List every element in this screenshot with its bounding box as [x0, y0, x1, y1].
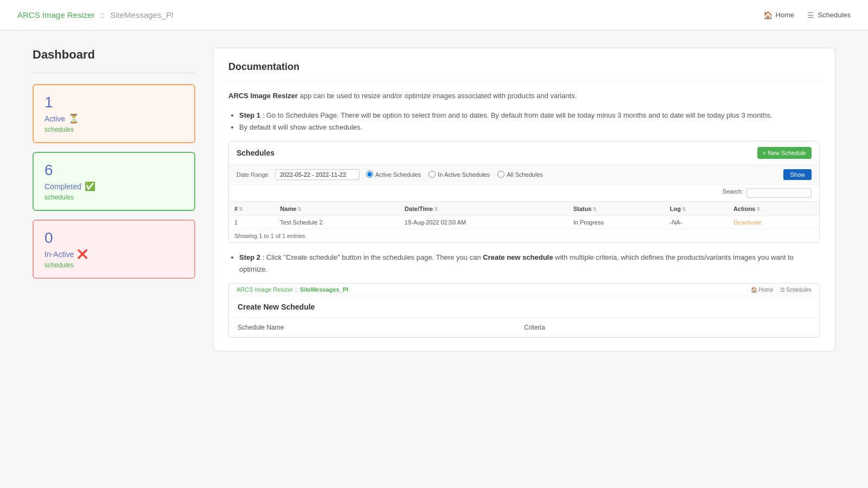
stat-card-inactive[interactable]: 0 In-Active ❌ schedules — [33, 220, 195, 279]
inactive-sublabel: schedules — [44, 261, 183, 269]
col-schedule-name: Schedule Name — [238, 324, 524, 331]
radio-group: Active Schedules In Active Schedules All… — [366, 171, 777, 178]
nav-home-label: Home — [776, 11, 795, 19]
table-head: #⇅ Name⇅ Date/Time⇅ Status⇅ Log⇅ Actions… — [229, 202, 819, 215]
cell-datetime: 19-Aug-2022 02:50 AM — [399, 215, 568, 229]
date-range-label: Date Range — [237, 171, 269, 178]
deactivate-link[interactable]: Deactivate — [733, 219, 762, 226]
col-log: Log⇅ — [665, 202, 728, 215]
sort-icon-status: ⇅ — [592, 207, 597, 212]
step2-label: Step 2 — [239, 253, 260, 261]
cell-action[interactable]: Deactivate — [728, 215, 819, 229]
schedules-icon: ☰ — [807, 11, 814, 20]
step1-text: : Go to Schedules Page. There will be op… — [263, 111, 773, 119]
hourglass-icon: ⏳ — [68, 113, 79, 124]
mini-app-header: ARCS Image Resizer :: SiteMessages_Pl 🏠 … — [229, 284, 819, 296]
header-subtitle: SiteMessages_Pl — [110, 10, 173, 20]
create-schedule-header: Create New Schedule — [229, 296, 819, 318]
dashboard-panel: Dashboard 1 Active ⏳ schedules 6 Complet… — [33, 48, 195, 351]
dashboard-title: Dashboard — [33, 48, 195, 62]
cell-name: Test Schedule 2 — [275, 215, 399, 229]
stat-card-completed[interactable]: 6 Completed ✅ schedules — [33, 152, 195, 211]
brand-name: ARCS Image Resizer — [17, 10, 95, 20]
table-header-row: #⇅ Name⇅ Date/Time⇅ Status⇅ Log⇅ Actions… — [229, 202, 819, 215]
sort-icon-actions: ⇅ — [756, 207, 761, 212]
doc-step2: Step 2 : Click "Create schedule" button … — [239, 252, 820, 275]
completed-label: Completed ✅ — [44, 181, 183, 191]
mini-nav-schedules[interactable]: ☰ Schedules — [780, 287, 812, 293]
mini-nav: 🏠 Home ☰ Schedules — [751, 287, 812, 293]
step1b-text: By default it will show active schedules… — [239, 123, 362, 131]
doc-title: Documentation — [228, 61, 820, 73]
step2-list: Step 2 : Click "Create schedule" button … — [228, 252, 820, 275]
home-icon: 🏠 — [763, 11, 773, 20]
table-row: 1 Test Schedule 2 19-Aug-2022 02:50 AM I… — [229, 215, 819, 229]
x-circle-icon: ❌ — [77, 249, 88, 259]
dashboard-divider — [33, 73, 195, 73]
mini-brand: ARCS Image Resizer :: SiteMessages_Pl — [237, 286, 348, 293]
schedules-box-title: Schedules — [237, 149, 275, 157]
search-input[interactable] — [746, 188, 812, 198]
sort-icon-name: ⇅ — [297, 207, 302, 212]
completed-label-text: Completed — [44, 182, 81, 191]
doc-brand-bold: ARCS Image Resizer — [228, 92, 298, 100]
active-count: 1 — [44, 94, 183, 111]
radio-all-label: All Schedules — [507, 171, 543, 178]
date-range-input[interactable] — [275, 169, 360, 180]
col-num: #⇅ — [229, 202, 275, 215]
mini-nav-home[interactable]: 🏠 Home — [751, 287, 773, 293]
completed-sublabel: schedules — [44, 194, 183, 201]
app-header: ARCS Image Resizer :: SiteMessages_Pl 🏠 … — [0, 0, 868, 30]
col-datetime: Date/Time⇅ — [399, 202, 568, 215]
doc-steps-list: Step 1 : Go to Schedules Page. There wil… — [228, 110, 820, 133]
doc-divider — [228, 81, 820, 82]
showing-text: Showing 1 to 1 of 1 entries — [229, 229, 819, 242]
radio-inactive-label: In Active Schedules — [438, 171, 490, 178]
active-label: Active ⏳ — [44, 113, 183, 124]
mini-separator: :: — [295, 286, 300, 293]
table-body: 1 Test Schedule 2 19-Aug-2022 02:50 AM I… — [229, 215, 819, 229]
brand-title: ARCS Image Resizer :: SiteMessages_Pl — [17, 10, 173, 20]
mini-brand-name: ARCS Image Resizer — [237, 286, 293, 293]
col-name: Name⇅ — [275, 202, 399, 215]
sort-icon-num: ⇅ — [239, 207, 243, 212]
radio-all[interactable]: All Schedules — [497, 171, 543, 178]
main-container: Dashboard 1 Active ⏳ schedules 6 Complet… — [11, 30, 857, 369]
create-schedule-title: Create New Schedule — [238, 303, 810, 311]
sort-icon-log: ⇅ — [682, 207, 686, 212]
nav-home[interactable]: 🏠 Home — [763, 11, 795, 20]
col-criteria: Criteria — [524, 324, 810, 331]
documentation-panel: Documentation ARCS Image Resizer app can… — [213, 48, 835, 351]
search-row: Search: — [229, 185, 819, 202]
inactive-label-text: In-Active — [44, 250, 74, 259]
header-separator: :: — [100, 10, 105, 20]
check-circle-icon: ✅ — [85, 181, 95, 191]
radio-active-label: Active Schedules — [375, 171, 421, 178]
mini-subtitle: SiteMessages_Pl — [300, 286, 348, 293]
sort-icon-dt: ⇅ — [434, 207, 438, 212]
nav-schedules[interactable]: ☰ Schedules — [807, 11, 851, 20]
create-schedule-columns-row: Schedule Name Criteria — [229, 318, 819, 337]
show-button[interactable]: Show — [783, 169, 812, 180]
search-label: Search: — [723, 188, 743, 198]
new-schedule-button[interactable]: + New Schedule — [757, 147, 812, 159]
create-schedule-box: ARCS Image Resizer :: SiteMessages_Pl 🏠 … — [228, 283, 820, 338]
date-range-row: Date Range Active Schedules In Active Sc… — [229, 165, 819, 185]
header-nav: 🏠 Home ☰ Schedules — [763, 11, 851, 20]
schedules-box-header: Schedules + New Schedule — [229, 142, 819, 165]
step2-bold: Create new schedule — [483, 253, 553, 261]
doc-intro: ARCS Image Resizer app can be used to re… — [228, 91, 820, 102]
col-status: Status⇅ — [568, 202, 665, 215]
nav-schedules-label: Schedules — [818, 11, 851, 19]
cell-status: In Progress — [568, 215, 665, 229]
stat-card-active[interactable]: 1 Active ⏳ schedules — [33, 84, 195, 143]
radio-inactive[interactable]: In Active Schedules — [429, 171, 490, 178]
cell-num: 1 — [229, 215, 275, 229]
inactive-count: 0 — [44, 229, 183, 247]
doc-step1: Step 1 : Go to Schedules Page. There wil… — [239, 110, 820, 121]
doc-intro-text: app can be used to resize and/or optimiz… — [300, 92, 577, 100]
radio-active[interactable]: Active Schedules — [366, 171, 421, 178]
active-label-text: Active — [44, 114, 65, 123]
schedules-screenshot-box: Schedules + New Schedule Date Range Acti… — [228, 141, 820, 243]
cell-log: -NA- — [665, 215, 728, 229]
